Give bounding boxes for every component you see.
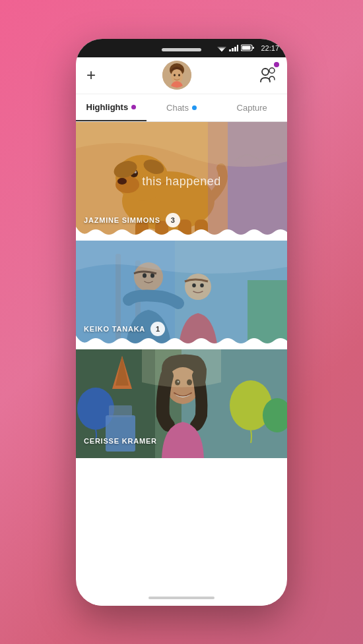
story-count-jazmine: 3 [166,213,180,227]
svg-point-23 [117,178,127,185]
chats-dot [192,105,197,110]
story-card-cerisse[interactable]: CERISSE KRAMER [76,349,287,458]
status-time: 22:17 [261,44,279,52]
svg-point-17 [269,68,275,73]
main-content: this happened JAZMINE SIMMONS 3 [76,122,287,590]
wavy-divider-2 [76,336,287,349]
story-name-badge-jazmine: JAZMINE SIMMONS 3 [84,213,180,227]
phone-frame: 22:17 + [76,39,287,606]
status-icons: 22:17 [217,44,279,52]
svg-rect-9 [242,46,251,50]
contacts-button[interactable] [258,65,277,86]
story-name-badge-cerisse: CERISSE KRAMER [84,437,157,445]
tab-capture-label: Capture [237,103,267,113]
tab-capture[interactable]: Capture [216,94,287,121]
avatar-image [162,61,191,90]
svg-rect-5 [232,48,234,51]
svg-rect-6 [234,47,236,51]
svg-rect-4 [229,49,231,51]
story-card-jazmine[interactable]: this happened JAZMINE SIMMONS 3 [76,122,287,241]
story-count-keiko: 1 [150,322,165,336]
svg-point-15 [178,74,180,76]
wifi-icon [217,45,226,51]
home-indicator [76,590,287,606]
story-name-keiko: KEIKO TANAKA [84,325,145,333]
svg-rect-7 [237,45,238,51]
tab-chats-label: Chats [166,103,189,113]
phone-speaker [162,48,201,51]
battery-icon [241,44,254,51]
svg-point-14 [174,74,176,76]
this-happened-text: this happened [142,174,221,188]
avatar[interactable] [162,61,191,90]
svg-point-22 [116,176,139,193]
contacts-icon [258,65,277,83]
story-name-jazmine: JAZMINE SIMMONS [84,216,160,224]
highlights-dot [131,105,136,109]
contacts-badge [274,62,279,67]
nav-tabs: Highlights Chats Capture [76,94,287,122]
story-card-keiko[interactable]: KEIKO TANAKA 1 [76,241,287,349]
tab-highlights[interactable]: Highlights [76,94,147,121]
wave-svg-2 [76,336,287,349]
svg-point-16 [262,69,269,75]
wave-svg-1 [76,227,287,241]
signal-icon [229,45,238,51]
story-name-cerisse: CERISSE KRAMER [84,437,157,445]
app-header: + [76,57,287,94]
home-bar [148,597,214,599]
tab-highlights-label: Highlights [86,102,129,112]
wavy-divider-1 [76,227,287,241]
svg-rect-10 [253,47,255,49]
story-name-badge-keiko: KEIKO TANAKA 1 [84,322,165,336]
add-button[interactable]: + [86,67,96,83]
tab-chats[interactable]: Chats [147,94,217,121]
